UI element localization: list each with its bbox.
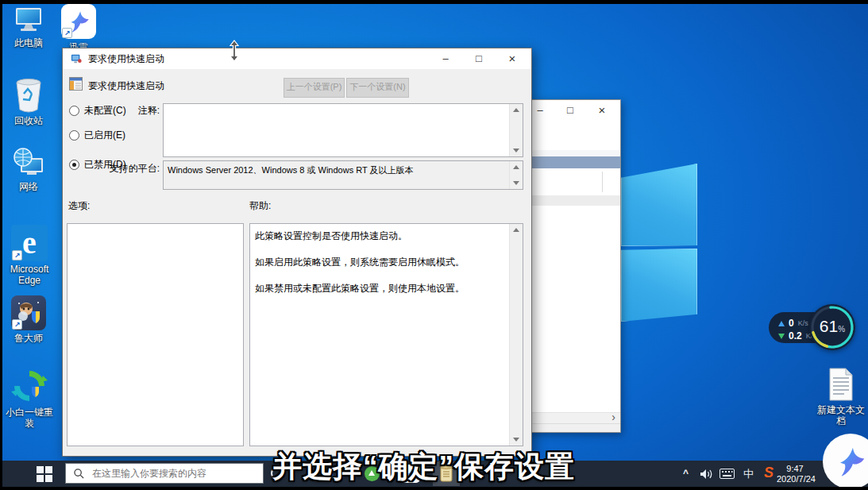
upload-unit: K/s [798,319,808,327]
dialog-titlebar[interactable]: 要求使用快速启动 – □ × [63,48,531,69]
tray-keyboard-icon[interactable] [719,469,735,479]
desktop-icon-label: 网络 [19,181,38,192]
radio-enabled[interactable]: 已启用(E) [69,129,125,142]
desktop-icon-xiaobai[interactable]: 小白一键重装 [3,368,56,429]
comment-label: 注释: [117,104,160,118]
supported-on-label: 支持的平台: [91,162,160,176]
letterbox-top [0,0,868,4]
tray-ime-indicator[interactable]: 中 [743,467,754,481]
recycle-bin-icon [14,78,44,113]
desktop-icon-recycle-bin[interactable]: 回收站 [6,78,51,126]
radio-circle-icon [69,106,79,116]
tray-chevron-up-icon[interactable]: ^ [683,468,689,479]
bg-window-titlebar: – □ × [526,100,620,122]
comment-scrollbar[interactable] [509,104,523,156]
radio-label: 已启用(E) [84,129,125,142]
text-document-icon [827,367,855,402]
dialog-close-button[interactable]: × [500,51,525,67]
xunlei-bird-icon [832,443,868,480]
next-setting-button[interactable]: 下一个设置(N) [346,78,409,98]
bg-window-hscrollbar[interactable]: › [526,412,620,424]
desktop-icon-network[interactable]: 网络 [6,147,51,192]
desktop-icon-label: 回收站 [14,115,43,126]
bg-window-column-strip [526,195,620,206]
bg-minimize-button[interactable]: – [530,102,550,118]
help-scrollbar[interactable] [509,224,523,446]
screen: 此电脑 ↗ 迅雷 回收站 网络 e ↗ [0,0,868,490]
tray-sogou-icon[interactable]: S [764,465,773,481]
options-panel[interactable] [67,223,244,446]
shortcut-arrow-icon: ↗ [62,28,72,38]
setting-name: 要求使用快速启动 [88,79,164,93]
options-label: 选项: [68,199,90,213]
desktop-icon-label: 小白一键重装 [4,407,55,429]
supported-on-scrollbar[interactable] [509,161,523,189]
bg-window-subheader [526,168,620,195]
download-speed: 0.2 [789,330,802,341]
clock-date: 2020/7/24 [777,474,813,484]
this-pc-icon [13,6,44,35]
start-button[interactable] [37,466,52,482]
subtitle-overlay: 并选择“确定”保存设置 [272,447,575,487]
letterbox-bottom [0,487,868,490]
upload-arrow-icon [778,321,785,326]
bg-maximize-button[interactable]: □ [561,102,580,118]
background-window[interactable]: – □ × › [525,99,621,433]
help-panel[interactable]: 此策略设置控制是否使用快速启动。 如果启用此策略设置，则系统需要启用休眠模式。 … [249,223,523,446]
bg-window-header-band [526,156,620,168]
previous-setting-button[interactable]: 上一个设置(P) [284,78,345,98]
radio-circle-icon-selected [69,160,79,170]
clock-time: 9:47 [777,464,813,474]
desktop-icon-this-pc[interactable]: 此电脑 [6,6,51,48]
desktop-icon-label: Microsoft Edge [3,264,56,286]
wallpaper-logo-pane-top [621,164,697,246]
bg-window-strip [526,150,620,156]
help-label: 帮助: [249,199,271,213]
dialog-maximize-button[interactable]: □ [466,51,492,67]
desktop-icon-label: 新建文本文档 [815,404,867,426]
dialog-title: 要求使用快速启动 [88,48,164,69]
shortcut-arrow-icon: ↗ [12,319,22,330]
percent-unit: % [838,325,845,334]
taskbar-search-box[interactable] [65,463,264,484]
shortcut-arrow-icon: ↗ [12,250,22,260]
network-icon [13,147,44,179]
search-input[interactable] [91,467,253,480]
bg-window-toolbar [526,122,620,151]
bg-window-content [526,206,620,412]
search-icon [74,469,84,479]
desktop-icon-edge[interactable]: e ↗ Microsoft Edge [3,225,56,286]
download-arrow-icon [778,334,785,339]
supported-on-box[interactable]: Windows Server 2012、Windows 8 或 Windows … [163,160,523,190]
desktop-icon-new-text-doc[interactable]: 新建文本文档 [815,367,867,426]
upload-speed: 0 [789,318,794,329]
letterbox-left [0,0,2,490]
desktop-icon-label: 此电脑 [14,37,43,48]
bg-window-statusbar [526,423,620,432]
xiaobai-icon [11,368,48,404]
scroll-right-arrow-icon[interactable]: › [611,411,615,423]
net-widget-percent-ring[interactable]: 61% [809,304,855,350]
policy-setting-icon [69,77,83,91]
help-line: 如果禁用或未配置此策略设置，则使用本地设置。 [255,282,503,295]
comment-textarea[interactable] [163,103,523,157]
supported-on-value: Windows Server 2012、Windows 8 或 Windows … [164,161,523,176]
bg-close-button[interactable]: × [592,102,611,118]
edge-icon: e [22,227,37,259]
desktop-icon-ludashi[interactable]: ↗ 鲁大师 [6,295,51,344]
dialog-title-icon [71,53,82,64]
tray-clock[interactable]: 9:47 2020/7/24 [777,464,813,484]
help-line: 此策略设置控制是否使用快速启动。 [255,230,503,242]
tray-volume-icon[interactable] [700,469,713,480]
desktop-icon-label: 鲁大师 [14,333,43,344]
radio-circle-icon [69,130,79,141]
desktop-icon-xunlei[interactable]: ↗ 迅雷 [59,4,98,52]
policy-setting-dialog: 要求使用快速启动 – □ × 要求使用快速启动 上一个设置(P) 下一个设置(N… [62,48,532,457]
wallpaper-logo-pane-bottom [621,249,697,322]
help-line: 如果启用此策略设置，则系统需要启用休眠模式。 [255,256,503,268]
resize-cursor-icon [229,40,240,62]
percent-value: 61 [820,317,838,335]
dialog-minimize-button[interactable]: – [433,51,458,67]
